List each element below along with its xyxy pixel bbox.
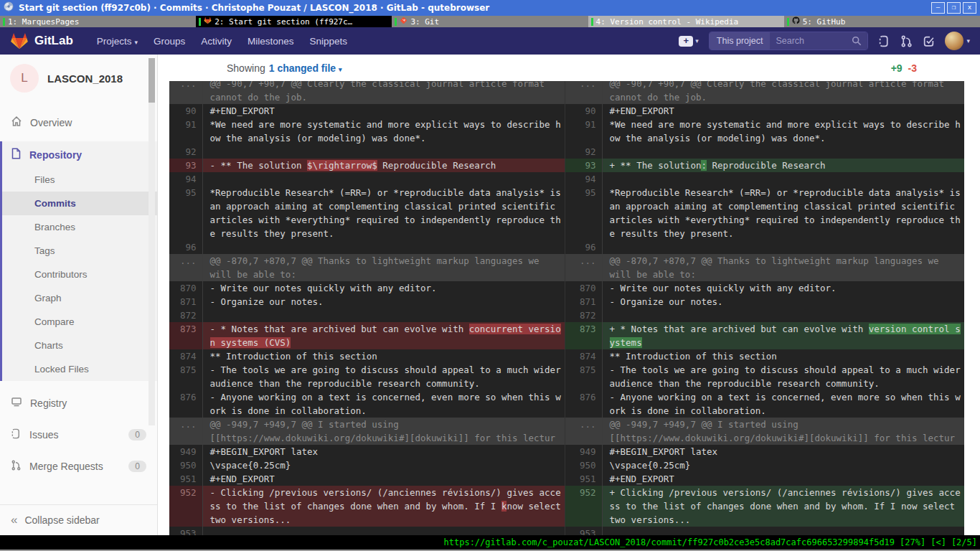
restore-button[interactable]: ❐ [947,2,961,14]
collapse-sidebar-button[interactable]: « Collapse sidebar [0,504,157,535]
search-icon[interactable] [852,36,862,46]
hunk-header: @@ -870,7 +870,7 @@ Thanks to lightweigh… [602,254,964,281]
new-line-number[interactable]: ... [565,254,602,281]
new-line-number[interactable]: 93 [565,159,602,172]
diff-row: 96 96 [169,240,964,254]
context-line: - Organize our notes. [202,295,565,309]
sidebar-item-charts[interactable]: Charts [2,334,157,357]
old-line-number[interactable]: ... [169,418,202,445]
new-line-number[interactable]: 94 [565,172,602,186]
new-menu-button[interactable]: + ▾ [679,36,699,47]
new-line-number[interactable]: 91 [565,118,602,145]
search-scope-label: This project [710,32,771,50]
context-line: *We need are more systematic and more ex… [202,118,565,145]
sidebar-item-contributors[interactable]: Contributors [2,263,157,286]
nav-projects[interactable]: Projects ▾ [97,36,138,47]
browser-tab-5[interactable]: 5: GitHub [784,16,980,27]
old-line-number[interactable]: 871 [169,295,202,309]
old-line-number[interactable]: 875 [169,363,202,390]
old-line-number[interactable]: 90 [169,104,202,118]
old-line-number[interactable]: 91 [169,118,202,145]
new-line-number[interactable]: 90 [565,104,602,118]
new-line-number[interactable]: 875 [565,363,602,390]
sidebar-item-repository[interactable]: Repository [2,141,157,168]
diff-row: 92 92 [169,145,964,159]
collapse-icon: « [11,516,17,524]
nav-milestones[interactable]: Milestones [248,36,294,47]
new-line-number[interactable]: 870 [565,281,602,295]
deleted-line: - Clicking /previous versions/ (/ancienn… [202,486,565,527]
sidebar-scrollbar-thumb[interactable] [149,58,155,103]
new-line-number[interactable]: 874 [565,349,602,363]
diff-row: 95*Reproducible Research* (=RR=) or *rep… [169,186,964,240]
new-line-number[interactable]: 953 [565,527,602,535]
gitlab-logo-icon[interactable] [10,32,29,50]
nav-activity[interactable]: Activity [201,36,232,47]
context-line: - The tools we are going to discuss shou… [202,363,565,390]
old-line-number[interactable]: 870 [169,281,202,295]
new-line-number[interactable]: 950 [565,458,602,472]
user-menu[interactable]: ▾ [945,32,970,50]
git-icon [400,17,407,27]
sidebar-scrollbar[interactable] [149,58,155,425]
sidebar-item-locked-files[interactable]: Locked Files [2,357,157,381]
new-line-number[interactable]: 952 [565,486,602,527]
old-line-number[interactable]: 950 [169,458,202,472]
sidebar-item-merge-requests[interactable]: Merge Requests0 [0,453,157,479]
browser-tab-3[interactable]: 3: Git [392,16,588,27]
sidebar-item-commits[interactable]: Commits [2,192,157,215]
diff-row: 953 953 [169,527,964,535]
sidebar-item-overview[interactable]: Overview [0,109,157,136]
sidebar-item-compare[interactable]: Compare [2,310,157,334]
old-line-number[interactable]: 96 [169,240,202,254]
gitlab-brand[interactable]: GitLab [34,34,73,48]
old-line-number[interactable]: 876 [169,390,202,418]
close-button[interactable]: x [963,2,976,14]
new-line-number[interactable]: 95 [565,186,602,240]
new-line-number[interactable]: ... [565,81,602,104]
old-line-number[interactable]: ... [169,81,202,104]
nav-groups[interactable]: Groups [154,36,185,47]
new-line-number[interactable]: 876 [565,390,602,418]
sidebar-item-tags[interactable]: Tags [2,239,157,263]
diff-row: 90#+END_EXPORT90#+END_EXPORT [169,104,964,118]
search-input[interactable] [776,36,847,46]
sidebar-item-registry[interactable]: Registry [0,390,157,416]
old-line-number[interactable]: 953 [169,527,202,535]
merge-requests-nav-icon[interactable] [900,35,913,47]
old-line-number[interactable]: 93 [169,159,202,172]
minimize-button[interactable]: – [931,2,945,14]
search-field [770,32,867,50]
sidebar-item-issues[interactable]: Issues0 [0,422,157,448]
sidebar-item-branches[interactable]: Branches [2,215,157,239]
old-line-number[interactable]: 952 [169,486,202,527]
nav-snippets[interactable]: Snippets [310,36,348,47]
old-line-number[interactable]: 873 [169,322,202,349]
new-line-number[interactable]: 96 [565,240,602,254]
old-line-number[interactable]: 92 [169,145,202,159]
old-line-number[interactable]: 949 [169,445,202,458]
changed-files-dropdown[interactable]: 1 changed file ▾ [269,62,342,74]
sidebar-item-files[interactable]: Files [2,168,157,192]
old-line-number[interactable]: 951 [169,472,202,486]
issues-nav-icon[interactable] [878,35,890,47]
old-line-number[interactable]: 874 [169,349,202,363]
new-line-number[interactable]: 92 [565,145,602,159]
tab-loaded-indicator [787,18,789,26]
todos-nav-icon[interactable] [923,35,935,47]
browser-tab-4[interactable]: 4: Version control - Wikipedia [588,16,784,27]
new-line-number[interactable]: ... [565,418,602,445]
old-line-number[interactable]: 872 [169,309,202,322]
new-line-number[interactable]: 872 [565,309,602,322]
sidebar-item-graph[interactable]: Graph [2,286,157,310]
old-line-number[interactable]: 95 [169,186,202,240]
project-header[interactable]: L LASCON_2018 [0,55,157,103]
new-line-number[interactable]: 871 [565,295,602,309]
old-line-number[interactable]: ... [169,254,202,281]
browser-tab-1[interactable]: 1: MarquesPages [0,16,196,27]
browser-tab-2[interactable]: 2: Start git section (ff927c… [196,16,392,27]
old-line-number[interactable]: 94 [169,172,202,186]
new-line-number[interactable]: 949 [565,445,602,458]
new-line-number[interactable]: 873 [565,322,602,349]
new-line-number[interactable]: 951 [565,472,602,486]
